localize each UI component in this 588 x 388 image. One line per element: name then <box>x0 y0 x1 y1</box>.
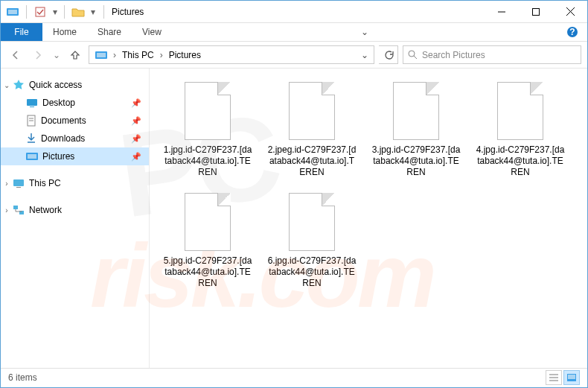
tab-home[interactable]: Home <box>42 23 87 41</box>
crumb-current[interactable]: Pictures <box>164 46 205 63</box>
file-icon <box>390 82 442 141</box>
item-count: 6 items <box>8 372 37 383</box>
search-input[interactable] <box>403 45 581 64</box>
address-dropdown[interactable]: ⌄ <box>357 50 372 60</box>
refresh-button[interactable] <box>379 45 398 64</box>
chevron-right-icon[interactable]: › <box>2 179 11 188</box>
nav-quick-label: Quick access <box>29 80 82 90</box>
qat-overflow-dropdown[interactable]: ▾ <box>89 4 98 20</box>
chevron-right-icon[interactable]: › <box>159 50 164 60</box>
help-button[interactable]: ? <box>557 23 587 41</box>
pictures-icon <box>26 151 38 162</box>
svg-rect-29 <box>568 375 575 379</box>
nav-item-label: Pictures <box>42 151 74 162</box>
address-bar[interactable]: › This PC › Pictures ⌄ <box>89 45 374 64</box>
svg-rect-23 <box>13 206 18 209</box>
address-icon <box>91 46 112 63</box>
nav-item-label: Downloads <box>41 133 85 144</box>
star-icon <box>13 79 25 91</box>
svg-rect-14 <box>30 106 34 107</box>
nav-item-label: Documents <box>41 115 86 126</box>
close-button[interactable] <box>553 1 587 23</box>
pin-icon: 📌 <box>131 134 141 144</box>
tab-view[interactable]: View <box>132 23 172 41</box>
qat-menu-dropdown[interactable]: ▾ <box>51 4 60 20</box>
svg-rect-21 <box>13 179 24 186</box>
nav-network[interactable]: › Network <box>1 201 149 219</box>
status-bar: 6 items <box>1 368 587 386</box>
up-button[interactable] <box>66 46 84 64</box>
file-icon <box>286 82 338 141</box>
window-title: Pictures <box>107 7 144 17</box>
title-bar: ▾ ▾ Pictures <box>1 1 587 23</box>
file-item[interactable]: 2.jpeg.id-C279F237.[databack44@tuta.io].… <box>267 82 357 178</box>
app-icon[interactable] <box>4 4 22 20</box>
maximize-button[interactable] <box>519 1 553 23</box>
svg-rect-20 <box>28 154 36 159</box>
recent-dropdown[interactable]: ⌄ <box>51 46 62 64</box>
tab-file[interactable]: File <box>1 23 42 41</box>
address-row: ⌄ › This PC › Pictures ⌄ <box>1 42 587 69</box>
computer-icon <box>13 178 25 188</box>
file-name: 4.jpg.id-C279F237.[databack44@tuta.io].T… <box>476 144 565 178</box>
nav-desktop[interactable]: Desktop 📌 <box>1 94 149 112</box>
chevron-right-icon[interactable]: › <box>2 206 11 214</box>
file-icon <box>494 82 546 141</box>
body: ⌄ Quick access Desktop 📌 Documents 📌 Dow… <box>1 69 587 368</box>
svg-line-12 <box>414 56 417 59</box>
chevron-right-icon[interactable]: › <box>112 50 118 60</box>
file-name: 1.jpg.id-C279F237.[databack44@tuta.io].T… <box>163 144 252 178</box>
file-item[interactable]: 3.jpg.id-C279F237.[databack44@tuta.io].T… <box>371 82 461 178</box>
nav-quick-access[interactable]: ⌄ Quick access <box>1 76 149 94</box>
file-pane[interactable]: 1.jpg.id-C279F237.[databack44@tuta.io].T… <box>150 69 587 368</box>
minimize-button[interactable] <box>485 1 519 23</box>
pin-icon: 📌 <box>131 98 141 108</box>
nav-thispc-label: This PC <box>29 178 61 188</box>
download-icon <box>26 133 36 144</box>
tab-share[interactable]: Share <box>87 23 132 41</box>
view-icons-button[interactable] <box>563 370 580 385</box>
file-item[interactable]: 6.jpg.id-C279F237.[databack44@tuta.io].T… <box>267 193 357 289</box>
nav-pictures[interactable]: Pictures 📌 <box>1 147 149 165</box>
nav-pane: ⌄ Quick access Desktop 📌 Documents 📌 Dow… <box>1 69 150 368</box>
svg-rect-22 <box>16 187 21 188</box>
file-icon <box>182 193 234 252</box>
properties-button[interactable] <box>31 4 49 20</box>
forward-button[interactable] <box>29 46 47 64</box>
search-icon <box>408 50 418 60</box>
nav-documents[interactable]: Documents 📌 <box>1 112 149 130</box>
file-name: 3.jpg.id-C279F237.[databack44@tuta.io].T… <box>371 144 461 178</box>
crumb-thispc[interactable]: This PC <box>118 46 159 63</box>
document-icon <box>26 115 36 127</box>
desktop-icon <box>26 98 38 108</box>
svg-rect-2 <box>36 7 45 16</box>
chevron-down-icon[interactable]: ⌄ <box>2 81 11 89</box>
file-name: 6.jpg.id-C279F237.[databack44@tuta.io].T… <box>267 255 357 289</box>
search-field[interactable] <box>422 50 576 60</box>
nav-this-pc[interactable]: › This PC <box>1 174 149 192</box>
nav-item-label: Desktop <box>42 98 75 108</box>
nav-network-label: Network <box>29 205 62 215</box>
file-item[interactable]: 4.jpg.id-C279F237.[databack44@tuta.io].T… <box>476 82 565 178</box>
svg-rect-13 <box>27 99 37 106</box>
file-name: 2.jpeg.id-C279F237.[databack44@tuta.io].… <box>267 144 357 178</box>
svg-point-11 <box>409 51 415 57</box>
file-name: 5.jpg.id-C279F237.[databack44@tuta.io].T… <box>163 255 252 289</box>
ribbon-expand-icon[interactable]: ⌄ <box>350 23 380 41</box>
svg-text:?: ? <box>569 27 575 37</box>
file-icon <box>286 193 338 252</box>
quick-access-toolbar: ▾ ▾ <box>1 4 100 20</box>
svg-rect-1 <box>8 10 17 14</box>
pin-icon: 📌 <box>131 116 141 126</box>
file-item[interactable]: 1.jpg.id-C279F237.[databack44@tuta.io].T… <box>163 82 252 178</box>
view-details-button[interactable] <box>546 370 562 385</box>
pin-icon: 📌 <box>131 152 141 162</box>
file-icon <box>182 82 234 141</box>
network-icon <box>13 205 25 215</box>
nav-downloads[interactable]: Downloads 📌 <box>1 130 149 147</box>
back-button[interactable] <box>7 46 25 64</box>
ribbon: File Home Share View ⌄ ? <box>1 23 587 42</box>
svg-rect-4 <box>533 8 540 15</box>
folder-icon <box>69 4 87 20</box>
file-item[interactable]: 5.jpg.id-C279F237.[databack44@tuta.io].T… <box>163 193 252 289</box>
